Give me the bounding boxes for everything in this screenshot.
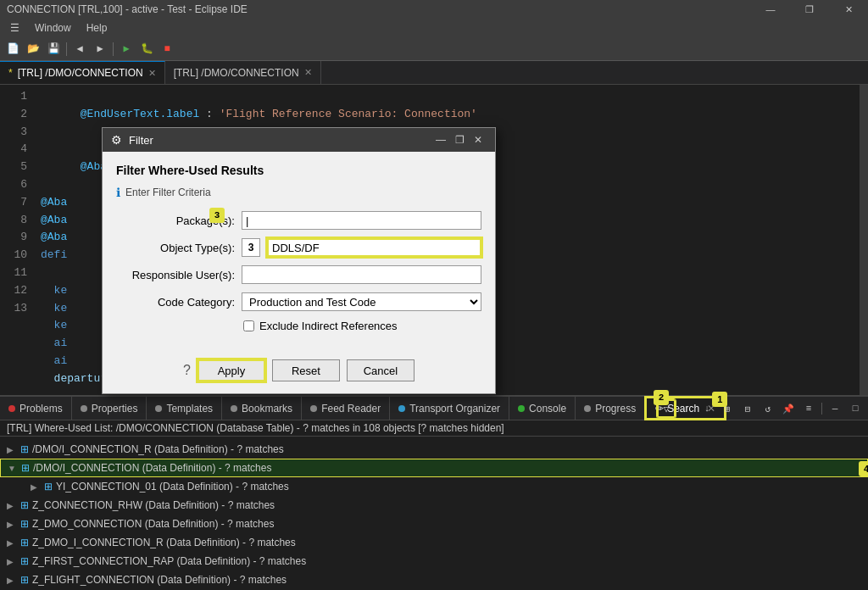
close-button[interactable]: ✕ [829, 0, 868, 19]
dialog-minimize-button[interactable]: — [432, 131, 449, 148]
dialog-close-button[interactable]: ✕ [470, 131, 487, 148]
packages-row: Package(s): [116, 211, 481, 230]
exclude-indirect-row: Exclude Indirect References [243, 320, 481, 332]
menu-help[interactable]: Help [80, 20, 114, 36]
dialog-info-text: Enter Filter Criteria [125, 186, 211, 198]
apply-button[interactable]: Apply [198, 359, 265, 381]
annotation-1: 1 [712, 392, 727, 407]
dialog-footer: ? Apply Reset Cancel [103, 353, 495, 393]
responsible-users-input[interactable] [242, 265, 481, 284]
dialog-body: Filter Where-Used Results ℹ Enter Filter… [103, 152, 495, 353]
title-bar: CONNECTION [TRL,100] - active - Test - E… [0, 0, 868, 19]
reset-button[interactable]: Reset [272, 359, 340, 381]
minimize-button[interactable]: — [751, 0, 790, 19]
annotation-3: 3 [209, 208, 225, 223]
title-bar-buttons: — ❐ ✕ [751, 0, 868, 19]
dialog-header: Filter Where-Used Results [116, 164, 481, 177]
dialog-info: ℹ Enter Filter Criteria [116, 186, 481, 199]
menu-icon[interactable]: ☰ [3, 20, 26, 36]
object-types-row: Object Type(s): 3 [116, 238, 481, 257]
exclude-indirect-label: Exclude Indirect References [259, 320, 398, 332]
object-types-input[interactable] [267, 238, 481, 257]
title-text: CONNECTION [TRL,100] - active - Test - E… [7, 3, 248, 15]
packages-input[interactable] [242, 211, 481, 230]
dialog-title-text: Filter [129, 134, 426, 147]
dialog-overlay: ⚙ Filter — ❐ ✕ Filter Where-Used Results… [0, 42, 868, 590]
info-icon: ℹ [116, 186, 120, 199]
dialog-maximize-button[interactable]: ❐ [451, 131, 468, 148]
maximize-button[interactable]: ❐ [790, 0, 829, 19]
menu-window[interactable]: Window [28, 20, 78, 36]
cancel-button[interactable]: Cancel [347, 359, 415, 381]
object-type-count-badge: 3 [242, 238, 260, 257]
help-icon[interactable]: ? [183, 363, 191, 378]
responsible-users-row: Responsible User(s): [116, 265, 481, 284]
filter-dialog-icon: ⚙ [111, 133, 122, 147]
object-types-label: Object Type(s): [116, 242, 235, 254]
code-category-label: Code Category: [116, 296, 235, 309]
code-category-select[interactable]: Production and Test Code Production Code… [242, 292, 481, 311]
exclude-indirect-checkbox[interactable] [243, 320, 254, 331]
menu-bar: ☰ Window Help [0, 19, 868, 37]
code-category-row: Code Category: Production and Test Code … [116, 292, 481, 311]
responsible-users-label: Responsible User(s): [116, 269, 235, 281]
dialog-title-bar: ⚙ Filter — ❐ ✕ [103, 128, 495, 152]
filter-dialog: ⚙ Filter — ❐ ✕ Filter Where-Used Results… [102, 127, 496, 394]
dialog-title-buttons: — ❐ ✕ [432, 131, 487, 148]
